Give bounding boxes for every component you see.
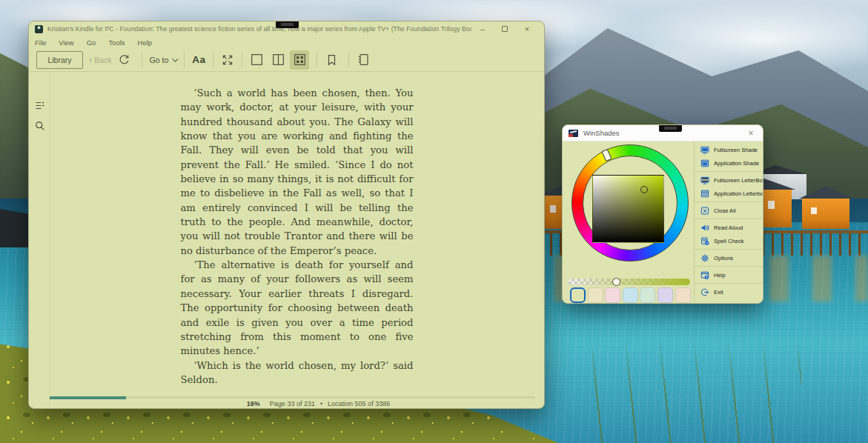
back-button[interactable]: ‹ Back	[89, 56, 112, 64]
back-chevron-icon: ‹	[89, 56, 92, 64]
menu-item-exit[interactable]: Exit	[695, 285, 763, 299]
desktop-background: Kristian's Kindle for PC - Foundation: T…	[0, 0, 868, 443]
bullet-separator: •	[320, 400, 322, 407]
search-button[interactable]	[35, 121, 46, 132]
color-swatch[interactable]	[623, 287, 638, 303]
grid-view-button-selected[interactable]	[290, 50, 309, 70]
menu-item-fullscreen-letterbox[interactable]: Fullscreen LetterBox	[695, 173, 763, 187]
menu-help[interactable]: Help	[138, 39, 153, 47]
color-swatch-selected[interactable]	[570, 287, 586, 303]
opacity-slider-handle[interactable]	[612, 278, 620, 286]
opacity-slider[interactable]	[569, 279, 690, 285]
color-swatch[interactable]	[640, 287, 655, 303]
location-indicator: Location 505 of 3386	[328, 400, 390, 407]
goto-label: Go to	[150, 56, 169, 64]
color-swatch[interactable]	[675, 287, 691, 303]
notebook-button[interactable]	[354, 50, 373, 70]
menu-separator	[695, 219, 763, 219]
back-label: Back	[94, 56, 111, 64]
winshades-window: WinShades ×	[562, 124, 763, 304]
menu-tools[interactable]: Tools	[108, 39, 125, 47]
close-button[interactable]: ×	[516, 22, 538, 36]
menu-separator	[695, 171, 763, 172]
snap-indicator	[659, 124, 682, 132]
book-paragraph: ‘Such a world has been chosen, then. You…	[181, 86, 414, 258]
menu-item-label: Options	[714, 255, 733, 262]
color-swatch[interactable]	[588, 287, 603, 303]
menu-go[interactable]: Go	[87, 39, 96, 47]
winshades-body: Fullscreen Shade Application Shade Fulls…	[563, 141, 763, 303]
kindle-window: Kristian's Kindle for PC - Foundation: T…	[28, 21, 545, 409]
color-swatches	[570, 287, 691, 303]
winshades-close-button[interactable]: ×	[745, 128, 757, 139]
toolbar-separator	[142, 53, 142, 67]
winshades-menu: Fullscreen Shade Application Shade Fulls…	[694, 141, 763, 303]
color-swatch[interactable]	[657, 287, 673, 303]
maximize-button[interactable]	[494, 22, 516, 36]
menu-item-close-all[interactable]: Close All	[695, 204, 763, 217]
snap-indicator	[276, 21, 299, 28]
help-icon	[700, 270, 709, 280]
options-icon	[700, 253, 709, 263]
close-all-icon	[700, 206, 709, 216]
menu-item-application-shade[interactable]: Application Shade	[695, 156, 763, 170]
two-page-view-button[interactable]	[268, 50, 288, 70]
progress-percent: 16%	[247, 400, 260, 407]
book-text: ‘Such a world has been chosen, then. You…	[181, 86, 414, 389]
winshades-title: WinShades	[583, 129, 620, 137]
menu-item-options[interactable]: Options	[695, 251, 763, 264]
menu-item-label: Exit	[714, 289, 723, 296]
application-shade-icon	[700, 159, 709, 168]
saturation-value-square[interactable]	[592, 175, 664, 243]
toolbar-separator	[317, 53, 317, 67]
single-page-view-button[interactable]	[247, 50, 266, 70]
menu-item-help[interactable]: Help	[695, 268, 763, 282]
reading-status-bar: 16% Page 33 of 231 • Location 505 of 338…	[50, 399, 544, 408]
sync-icon	[119, 54, 130, 65]
minimize-button[interactable]: –	[471, 22, 494, 36]
kindle-window-title: Kristian's Kindle for PC - Foundation: T…	[47, 25, 471, 33]
menu-separator	[695, 201, 763, 202]
saturation-value-handle[interactable]	[640, 186, 648, 193]
winshades-app-icon	[569, 130, 578, 137]
goto-dropdown[interactable]: Go to	[150, 56, 177, 64]
menu-item-label: Fullscreen LetterBox	[714, 177, 763, 184]
toolbar-separator	[213, 53, 213, 67]
toolbar-separator	[242, 53, 242, 67]
fullscreen-letterbox-icon	[700, 176, 709, 185]
menu-item-label: Spell Check	[714, 238, 744, 244]
notebook-icon	[357, 53, 369, 66]
bookmark-button[interactable]	[322, 50, 341, 70]
single-page-view-icon	[251, 53, 263, 66]
menu-item-read-aloud[interactable]: Read Aloud	[695, 221, 763, 234]
reading-pane[interactable]: ‘Such a world has been chosen, then. You…	[50, 72, 543, 389]
toc-notes-button[interactable]	[35, 100, 46, 111]
menu-item-spell-check[interactable]: Spell Check	[695, 234, 763, 247]
spell-check-icon	[700, 236, 709, 246]
menu-item-label: Help	[714, 272, 726, 279]
bookmark-icon	[326, 54, 337, 66]
color-swatch[interactable]	[605, 287, 620, 303]
menu-separator	[695, 283, 763, 284]
menu-item-application-letterbox[interactable]: Application Letterbox	[695, 187, 763, 200]
menu-item-label: Read Aloud	[714, 224, 743, 231]
kindle-menubar: File View Go Tools Help	[29, 36, 544, 48]
page-indicator: Page 33 of 231	[270, 400, 315, 407]
two-page-view-icon	[272, 53, 285, 66]
font-settings-button[interactable]: Aa	[189, 50, 208, 70]
menu-separator	[695, 266, 763, 267]
book-paragraph: ‘It is called, I believe, Terminus,’ sai…	[181, 387, 414, 389]
fullscreen-button[interactable]	[218, 50, 237, 70]
kindle-left-rail	[29, 72, 50, 408]
menu-item-label: Fullscreen Shade	[714, 147, 758, 153]
menu-item-label: Close All	[714, 207, 736, 214]
library-button[interactable]: Library	[36, 51, 83, 69]
book-paragraph: ‘Which is the world chosen, my lord?’ sa…	[181, 359, 414, 387]
menu-item-fullscreen-shade[interactable]: Fullscreen Shade	[695, 143, 763, 156]
menu-file[interactable]: File	[35, 39, 46, 47]
grid-view-icon	[294, 53, 306, 66]
sync-button[interactable]	[115, 50, 134, 70]
fullscreen-icon	[222, 54, 233, 66]
menu-separator	[695, 249, 763, 250]
menu-view[interactable]: View	[59, 39, 73, 47]
